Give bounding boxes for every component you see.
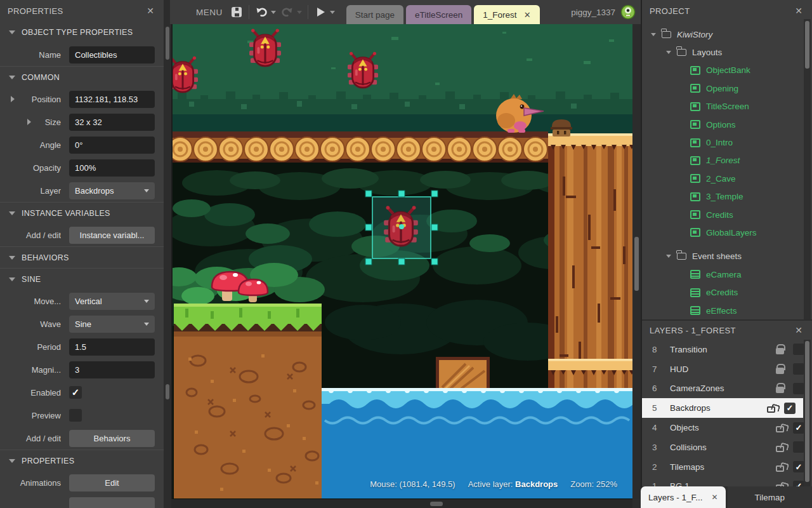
tree-item-opening[interactable]: Opening	[642, 79, 812, 97]
layer-row-backdrops[interactable]: 5Backdrops	[642, 398, 803, 418]
acorn-creature[interactable]	[551, 119, 572, 137]
project-scrollbar[interactable]	[805, 21, 809, 69]
canvas-horizontal-scrollbar[interactable]	[430, 502, 443, 506]
lock-closed-icon[interactable]	[776, 368, 784, 374]
tree-item-0-intro[interactable]: 0_Intro	[642, 133, 812, 151]
visibility-checkbox[interactable]	[793, 363, 804, 375]
canvas-vertical-scrollbar[interactable]	[634, 237, 639, 291]
tree-item-options[interactable]: Options	[642, 116, 812, 133]
section-instance-variables[interactable]: INSTANCE VARIABLES	[0, 202, 164, 224]
close-icon[interactable]	[793, 5, 804, 17]
canvas-left-scrollbar[interactable]	[166, 384, 169, 399]
opacity-field[interactable]: 100%	[69, 159, 155, 177]
tree-item-titlescreen[interactable]: TitleScreen	[642, 98, 812, 116]
layers-scrollbar[interactable]	[805, 341, 809, 482]
tree-item-credits[interactable]: Credits	[642, 206, 812, 224]
expand-icon[interactable]	[666, 51, 671, 54]
section-sine[interactable]: SINE	[0, 268, 164, 290]
layer-dropdown[interactable]: Backdrops	[69, 182, 155, 199]
redo-dropdown-icon[interactable]	[297, 11, 302, 14]
layer-row-objects[interactable]: 4Objects	[642, 418, 812, 438]
tree-item-event-sheets[interactable]: Event sheets	[642, 248, 812, 265]
tree-item-globallayers[interactable]: GlobalLayers	[642, 224, 812, 241]
visibility-checkbox[interactable]	[793, 481, 804, 486]
tab-1-forest[interactable]: 1_Forest	[474, 5, 539, 24]
menu-button[interactable]: MENU	[196, 8, 223, 17]
tree-item-2-cave[interactable]: 2_Cave	[642, 170, 812, 187]
section-object-type-properties[interactable]: OBJECT TYPE PROPERTIES	[0, 22, 164, 43]
save-icon[interactable]	[230, 6, 243, 18]
expand-icon[interactable]	[27, 119, 31, 125]
close-tab-icon[interactable]	[524, 10, 531, 20]
tree-item-eeffects[interactable]: eEffects	[642, 302, 812, 319]
tree-item-kiwistory[interactable]: KiwiStory	[642, 25, 812, 43]
wave-dropdown[interactable]: Sine	[69, 316, 155, 333]
properties-scrollbar[interactable]	[166, 27, 169, 60]
tree-item-3-temple[interactable]: 3_Temple	[642, 188, 812, 206]
close-tab-icon[interactable]	[711, 493, 717, 502]
visibility-checkbox[interactable]	[793, 344, 804, 355]
period-field[interactable]: 1.5	[69, 338, 155, 356]
instance-variables-button[interactable]: Instance variabl...	[69, 227, 155, 244]
layer-row-transition[interactable]: 8Transition	[642, 340, 812, 359]
expand-icon[interactable]	[11, 96, 15, 102]
visibility-checkbox[interactable]	[793, 441, 804, 453]
tab-tilemap[interactable]: Tilemap	[728, 486, 812, 508]
lock-open-icon[interactable]	[767, 406, 775, 413]
layer-row-tilemaps[interactable]: 2Tilemaps	[642, 457, 812, 477]
angle-field[interactable]: 0°	[69, 137, 155, 154]
behaviors-button[interactable]: Behaviors	[69, 430, 155, 447]
selection-box[interactable]	[365, 190, 438, 265]
tab-layers[interactable]: Layers - 1_F...	[641, 486, 726, 508]
section-properties[interactable]: PROPERTIES	[0, 450, 164, 471]
undo-icon[interactable]	[255, 6, 268, 18]
lock-closed-icon[interactable]	[776, 348, 784, 354]
visibility-checkbox[interactable]	[793, 461, 804, 472]
redo-icon[interactable]	[281, 6, 294, 18]
wooden-crate[interactable]	[436, 357, 490, 389]
tree-item-ecamera[interactable]: eCamera	[642, 265, 812, 283]
visibility-checkbox[interactable]	[784, 403, 796, 414]
tree-item-1-forest[interactable]: 1_Forest	[642, 152, 812, 170]
menu-icon[interactable]	[179, 8, 190, 17]
visibility-checkbox[interactable]	[793, 422, 804, 434]
tree-item-ecredits[interactable]: eCredits	[642, 283, 812, 301]
animations-edit-button[interactable]: Edit	[69, 474, 155, 491]
property-row-movement: Move... Vertical	[0, 290, 164, 312]
enabled-checkbox[interactable]	[69, 386, 82, 399]
magnitude-field[interactable]: 3	[69, 361, 155, 378]
tab-etitlescreen[interactable]: eTitleScreen	[406, 5, 471, 24]
play-icon[interactable]	[314, 6, 327, 18]
close-icon[interactable]	[793, 324, 804, 336]
partial-button[interactable]	[69, 497, 155, 508]
layer-row-bg1[interactable]: 1BG 1	[642, 477, 812, 486]
preview-checkbox[interactable]	[69, 409, 82, 422]
layer-row-hud[interactable]: 7HUD	[642, 359, 812, 379]
tab-start-page[interactable]: Start page	[346, 5, 403, 24]
tree-trunk[interactable]	[548, 133, 632, 413]
play-dropdown-icon[interactable]	[330, 11, 335, 14]
name-field[interactable]: Collectibles	[69, 46, 155, 64]
layout-canvas[interactable]: Mouse: (1081.4, 149.5) Active layer: Bac…	[171, 24, 632, 499]
position-field[interactable]: 1132.181, 118.53	[69, 91, 155, 108]
visibility-checkbox[interactable]	[793, 383, 804, 394]
tree-item-layouts[interactable]: Layouts	[642, 43, 812, 61]
log-platform[interactable]	[173, 131, 548, 163]
expand-icon[interactable]	[651, 33, 656, 36]
movement-dropdown[interactable]: Vertical	[69, 293, 155, 310]
lock-open-icon[interactable]	[776, 465, 784, 472]
section-behaviors[interactable]: BEHAVIORS	[0, 246, 164, 268]
size-field[interactable]: 32 x 32	[69, 114, 155, 131]
undo-dropdown-icon[interactable]	[271, 11, 276, 14]
lock-open-icon[interactable]	[776, 446, 784, 452]
close-icon[interactable]	[145, 5, 156, 17]
layer-row-collisions[interactable]: 3Collisions	[642, 438, 812, 457]
avatar[interactable]	[620, 4, 636, 20]
lock-open-icon[interactable]	[776, 426, 784, 432]
dirt-block[interactable]	[174, 304, 322, 498]
expand-icon[interactable]	[666, 255, 671, 258]
layer-row-camerazones[interactable]: 6CameraZones	[642, 379, 812, 399]
section-common[interactable]: COMMON	[0, 66, 164, 88]
tree-item-objectbank[interactable]: ObjectBank	[642, 62, 812, 79]
lock-closed-icon[interactable]	[776, 387, 784, 393]
